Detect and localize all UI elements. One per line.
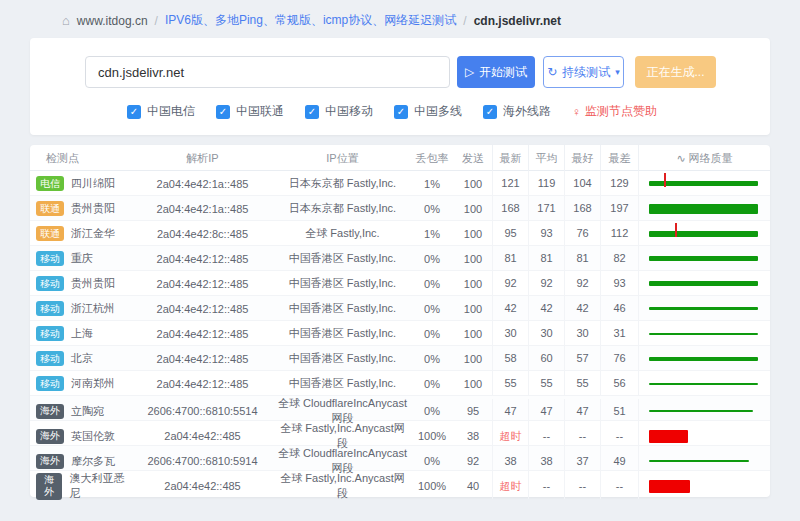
play-icon: ▷	[465, 65, 474, 79]
breadcrumb-site[interactable]: www.itdog.cn	[77, 14, 148, 28]
checkbox-overseas-lines[interactable]: ✓ 海外线路	[483, 103, 551, 120]
cell-resolved-ip: 2a04:4e42:12::485	[130, 253, 275, 265]
quality-bar	[649, 307, 758, 310]
cell-best: 76	[564, 221, 600, 246]
cell-packet-loss: 0%	[410, 455, 454, 467]
cell-node: 移动 重庆	[30, 251, 130, 266]
cell-resolved-ip: 2a04:4e42:12::485	[130, 353, 275, 365]
query-row: ▷ 开始测试 ↻ 持续测试 ▾ 正在生成...	[85, 56, 770, 88]
generating-button[interactable]: 正在生成...	[635, 56, 716, 88]
quality-graph	[649, 321, 758, 346]
cell-worst: 82	[600, 246, 638, 271]
table-row[interactable]: 海外 英国伦敦 2a04:4e42::485 全球 Fastly,Inc.Any…	[30, 421, 770, 446]
header-latest: 最新	[492, 145, 528, 171]
cell-network-quality	[638, 321, 770, 346]
table-row[interactable]: 移动 重庆 2a04:4e42:12::485 中国香港区 Fastly,Inc…	[30, 246, 770, 271]
table-row[interactable]: 移动 河南郑州 2a04:4e42:12::485 中国香港区 Fastly,I…	[30, 371, 770, 396]
table-row[interactable]: 海外 立陶宛 2606:4700::6810:5514 全球 Cloudflar…	[30, 396, 770, 421]
checkbox-icon: ✓	[394, 105, 408, 119]
refresh-icon: ↻	[547, 65, 557, 79]
cell-worst: 112	[600, 221, 638, 246]
table-row[interactable]: 海外 摩尔多瓦 2606:4700::6810:5914 全球 Cloudfla…	[30, 446, 770, 471]
cell-packet-loss: 0%	[410, 353, 454, 365]
cell-packet-loss: 0%	[410, 405, 454, 417]
checkbox-china-multiline[interactable]: ✓ 中国多线	[394, 103, 462, 120]
table-row[interactable]: 电信 四川绵阳 2a04:4e42:1a::485 日本东京都 Fastly,I…	[30, 171, 770, 196]
cell-latest: 95	[492, 221, 528, 246]
cell-average: --	[528, 474, 564, 499]
start-test-button[interactable]: ▷ 开始测试	[457, 56, 535, 88]
carrier-badge: 电信	[36, 176, 64, 191]
host-input[interactable]	[85, 56, 450, 88]
cell-ip-location: 中国香港区 Fastly,Inc.	[275, 301, 410, 316]
cell-packet-loss: 0%	[410, 378, 454, 390]
generating-label: 正在生成...	[646, 64, 704, 81]
cell-sent: 100	[454, 278, 492, 290]
checkbox-label: 中国移动	[325, 103, 373, 120]
cell-node: 移动 贵州贵阳	[30, 276, 130, 291]
quality-graph	[649, 221, 758, 246]
quality-bar	[649, 204, 758, 214]
cell-node: 海外 摩尔多瓦	[30, 454, 130, 469]
quality-bar	[649, 480, 690, 493]
start-test-label: 开始测试	[479, 64, 527, 81]
carrier-badge: 海外	[36, 429, 64, 444]
table-row[interactable]: 移动 北京 2a04:4e42:12::485 中国香港区 Fastly,Inc…	[30, 346, 770, 371]
checkbox-label: 中国电信	[147, 103, 195, 120]
cell-sent: 100	[454, 253, 492, 265]
cell-packet-loss: 0%	[410, 328, 454, 340]
cell-best: 37	[564, 449, 600, 474]
node-name: 浙江杭州	[71, 301, 115, 316]
cell-resolved-ip: 2606:4700::6810:5914	[130, 455, 275, 467]
cell-ip-location: 中国香港区 Fastly,Inc.	[275, 251, 410, 266]
cell-resolved-ip: 2a04:4e42:12::485	[130, 328, 275, 340]
sponsor-link[interactable]: ♀ 监测节点赞助	[572, 103, 657, 120]
carrier-badge: 海外	[36, 454, 64, 469]
cell-sent: 95	[454, 405, 492, 417]
cell-node: 联通 浙江金华	[30, 226, 130, 241]
cell-latest: 38	[492, 449, 528, 474]
node-name: 重庆	[71, 251, 93, 266]
breadcrumb-link-test-type[interactable]: IPV6版、多地Ping、常规版、icmp协议、网络延迟测试	[165, 12, 456, 29]
quality-bar	[649, 357, 758, 361]
node-name: 贵州贵阳	[71, 201, 115, 216]
table-row[interactable]: 海外 澳大利亚悉尼 2a04:4e42::485 全球 Fastly,Inc.A…	[30, 471, 770, 496]
table-body: 电信 四川绵阳 2a04:4e42:1a::485 日本东京都 Fastly,I…	[30, 171, 770, 496]
header-worst: 最差	[600, 145, 638, 171]
table-row[interactable]: 移动 浙江杭州 2a04:4e42:12::485 中国香港区 Fastly,I…	[30, 296, 770, 321]
checkbox-china-mobile[interactable]: ✓ 中国移动	[305, 103, 373, 120]
table-row[interactable]: 联通 贵州贵阳 2a04:4e42:1a::485 日本东京都 Fastly,I…	[30, 196, 770, 221]
cell-sent: 100	[454, 228, 492, 240]
sponsor-label: 监测节点赞助	[585, 103, 657, 120]
carrier-badge: 移动	[36, 326, 64, 341]
cell-latest: 92	[492, 271, 528, 296]
quality-bar	[649, 281, 758, 286]
cell-network-quality	[638, 246, 770, 271]
cell-network-quality	[638, 271, 770, 296]
header-sent: 发送	[454, 151, 492, 166]
cell-node: 电信 四川绵阳	[30, 176, 130, 191]
cell-average: 42	[528, 296, 564, 321]
node-name: 立陶宛	[71, 404, 104, 419]
continuous-test-button[interactable]: ↻ 持续测试 ▾	[543, 56, 624, 88]
cell-latest: 47	[492, 399, 528, 424]
checkbox-china-telecom[interactable]: ✓ 中国电信	[127, 103, 195, 120]
cell-latest: 30	[492, 321, 528, 346]
cell-sent: 100	[454, 328, 492, 340]
cell-ip-location: 中国香港区 Fastly,Inc.	[275, 376, 410, 391]
line-filter-row: ✓ 中国电信 ✓ 中国联通 ✓ 中国移动 ✓ 中国多线 ✓ 海外线路 ♀ 监测节…	[85, 103, 770, 120]
breadcrumb-separator: /	[155, 14, 158, 28]
breadcrumb-separator: /	[463, 14, 466, 28]
cell-average: 119	[528, 171, 564, 196]
table-row[interactable]: 联通 浙江金华 2a04:4e42:8c::485 全球 Fastly,Inc.…	[30, 221, 770, 246]
checkbox-china-unicom[interactable]: ✓ 中国联通	[216, 103, 284, 120]
table-row[interactable]: 移动 贵州贵阳 2a04:4e42:12::485 中国香港区 Fastly,I…	[30, 271, 770, 296]
table-row[interactable]: 移动 上海 2a04:4e42:12::485 中国香港区 Fastly,Inc…	[30, 321, 770, 346]
cell-network-quality	[638, 371, 770, 396]
node-name: 英国伦敦	[71, 429, 115, 444]
header-best: 最好	[564, 145, 600, 171]
cell-best: 30	[564, 321, 600, 346]
quality-graph	[649, 449, 758, 474]
cell-best: 47	[564, 399, 600, 424]
cell-resolved-ip: 2606:4700::6810:5514	[130, 405, 275, 417]
